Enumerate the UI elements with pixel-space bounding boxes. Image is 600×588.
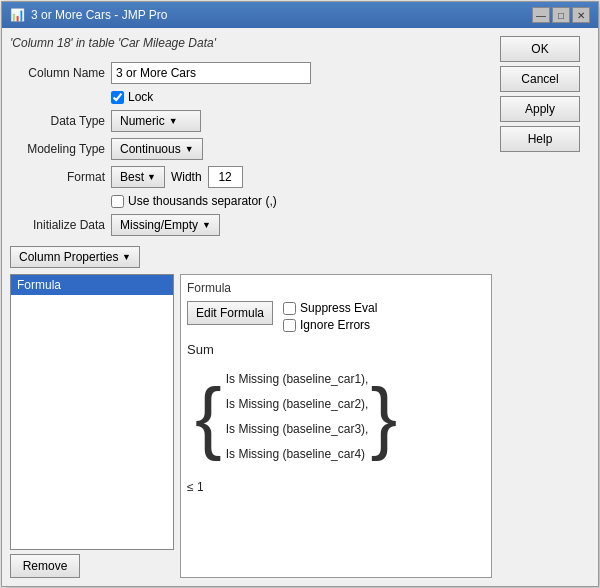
format-best-label: Best: [120, 170, 144, 184]
formula-display: Sum { Is Missing (baseline_car1), Is Mis…: [187, 340, 485, 571]
close-button[interactable]: ✕: [572, 7, 590, 23]
app-icon: 📊: [10, 8, 25, 22]
thousands-label: Use thousands separator (,): [128, 194, 277, 208]
title-bar: 📊 3 or More Cars - JMP Pro — □ ✕: [2, 2, 598, 28]
column-name-label: Column Name: [10, 66, 105, 80]
list-item-formula-label: Formula: [17, 278, 61, 292]
lower-section: Formula Remove Formula Edit Formula Supp…: [10, 274, 492, 578]
maximize-button[interactable]: □: [552, 7, 570, 23]
minimize-button[interactable]: —: [532, 7, 550, 23]
right-panel: OK Cancel Apply Help: [500, 36, 590, 578]
formula-line-4: Is Missing (baseline_car4): [226, 445, 369, 464]
initialize-data-label: Initialize Data: [10, 218, 105, 232]
window-title: 3 or More Cars - JMP Pro: [31, 8, 167, 22]
column-name-input[interactable]: [111, 62, 311, 84]
ignore-errors-row: Ignore Errors: [283, 318, 377, 332]
formula-line-3: Is Missing (baseline_car3),: [226, 420, 369, 439]
initialize-data-row: Initialize Data Missing/Empty ▼: [10, 214, 492, 236]
modeling-type-label: Modeling Type: [10, 142, 105, 156]
data-type-dropdown[interactable]: Numeric ▼: [111, 110, 201, 132]
modeling-type-chevron: ▼: [185, 144, 194, 154]
format-label: Format: [10, 170, 105, 184]
lock-label: Lock: [128, 90, 153, 104]
initialize-data-dropdown[interactable]: Missing/Empty ▼: [111, 214, 220, 236]
modeling-type-dropdown[interactable]: Continuous ▼: [111, 138, 203, 160]
title-bar-left: 📊 3 or More Cars - JMP Pro: [10, 8, 167, 22]
data-type-value: Numeric: [120, 114, 165, 128]
column-properties-dropdown[interactable]: Column Properties ▼: [10, 246, 140, 268]
left-panel: 'Column 18' in table 'Car Mileage Data' …: [10, 36, 492, 578]
ok-button[interactable]: OK: [500, 36, 580, 62]
open-brace-icon: {: [195, 377, 222, 457]
sum-label: Sum: [187, 340, 485, 361]
format-controls: Best ▼ Width: [111, 166, 243, 188]
initialize-data-value: Missing/Empty: [120, 218, 198, 232]
data-type-label: Data Type: [10, 114, 105, 128]
format-best-dropdown[interactable]: Best ▼: [111, 166, 165, 188]
formula-line-2: Is Missing (baseline_car2),: [226, 395, 369, 414]
column-name-row: Column Name: [10, 62, 492, 84]
cancel-button[interactable]: Cancel: [500, 66, 580, 92]
ignore-errors-label: Ignore Errors: [300, 318, 370, 332]
formula-condition: ≤ 1: [187, 478, 485, 497]
remove-button[interactable]: Remove: [10, 554, 80, 578]
suppress-eval-checkbox[interactable]: [283, 302, 296, 315]
width-label: Width: [171, 170, 202, 184]
content-area: 'Column 18' in table 'Car Mileage Data' …: [2, 28, 598, 586]
width-input[interactable]: [208, 166, 243, 188]
format-chevron-icon: ▼: [147, 172, 156, 182]
suppress-eval-label: Suppress Eval: [300, 301, 377, 315]
lock-row: Lock: [111, 90, 492, 104]
section-header: 'Column 18' in table 'Car Mileage Data': [10, 36, 492, 50]
formula-panel-title: Formula: [187, 281, 485, 295]
formula-panel: Formula Edit Formula Suppress Eval Ignor…: [180, 274, 492, 578]
list-panel: Formula Remove: [10, 274, 174, 578]
main-window: 📊 3 or More Cars - JMP Pro — □ ✕ 'Column…: [1, 1, 599, 587]
lock-checkbox[interactable]: [111, 91, 124, 104]
formula-lines-container: Is Missing (baseline_car1), Is Missing (…: [226, 365, 369, 470]
ignore-errors-checkbox[interactable]: [283, 319, 296, 332]
apply-button[interactable]: Apply: [500, 96, 580, 122]
formula-checkboxes: Suppress Eval Ignore Errors: [283, 301, 377, 332]
suppress-eval-row: Suppress Eval: [283, 301, 377, 315]
data-type-chevron: ▼: [169, 116, 178, 126]
initialize-data-chevron: ▼: [202, 220, 211, 230]
title-controls: — □ ✕: [532, 7, 590, 23]
properties-list[interactable]: Formula: [10, 274, 174, 550]
column-properties-label: Column Properties: [19, 250, 118, 264]
data-type-row: Data Type Numeric ▼: [10, 110, 492, 132]
close-brace-icon: }: [370, 377, 397, 457]
list-item-formula[interactable]: Formula: [11, 275, 173, 295]
modeling-type-row: Modeling Type Continuous ▼: [10, 138, 492, 160]
column-properties-chevron: ▼: [122, 252, 131, 262]
help-button[interactable]: Help: [500, 126, 580, 152]
formula-toolbar: Edit Formula Suppress Eval Ignore Errors: [187, 301, 485, 332]
thousands-checkbox[interactable]: [111, 195, 124, 208]
thousands-row: Use thousands separator (,): [111, 194, 492, 208]
formula-line-1: Is Missing (baseline_car1),: [226, 370, 369, 389]
modeling-type-value: Continuous: [120, 142, 181, 156]
format-row: Format Best ▼ Width: [10, 166, 492, 188]
edit-formula-button[interactable]: Edit Formula: [187, 301, 273, 325]
